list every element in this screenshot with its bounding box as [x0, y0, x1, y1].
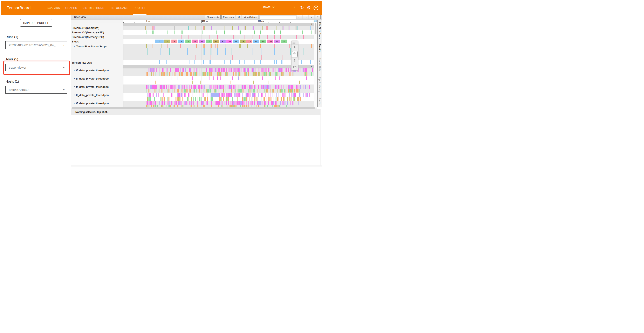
- step-block[interactable]: 1: [164, 40, 170, 43]
- nav-tab-scalars[interactable]: SCALARS: [44, 1, 63, 15]
- nav-tab-histograms[interactable]: HISTOGRAMS: [107, 1, 131, 15]
- step-block[interactable]: 7: [206, 40, 212, 43]
- track-label-stream20[interactable]: Stream #20(MemcpyH2D): [72, 30, 104, 34]
- timeline-rows-area[interactable]: 0123456789101112131415161718Stream #19(C…: [71, 23, 317, 107]
- track-label-stream21[interactable]: Stream #21(MemcpyD2H): [72, 34, 104, 39]
- side-tab-alerts[interactable]: Alerts: [318, 98, 321, 104]
- close-icon[interactable]: X: [311, 65, 312, 68]
- analysis-side-tabs: File Size StatsMetricsFrame DataInput La…: [317, 20, 322, 107]
- ruler-left-pad: [71, 20, 123, 23]
- collapse-caret-icon[interactable]: ▾: [74, 45, 75, 48]
- track-label-stream19[interactable]: Stream #19(Compute): [72, 26, 99, 30]
- status-dropdown-value: INACTIVE: [263, 6, 277, 9]
- toolbar-button-view-options[interactable]: View Options: [242, 15, 259, 19]
- side-tab-file-size-stats[interactable]: File Size Stats: [318, 22, 321, 39]
- side-tab-input-latency[interactable]: Input Latency: [318, 77, 321, 92]
- track-label-threadpool-4[interactable]: ▾tf_data_private_threadpool: [72, 101, 109, 106]
- timing-selection-tool-button[interactable]: [292, 64, 298, 70]
- details-panel: [71, 115, 321, 166]
- step-block[interactable]: 8: [213, 40, 219, 43]
- step-block[interactable]: 14: [253, 40, 259, 43]
- step-block[interactable]: 13: [246, 40, 252, 43]
- vertical-zoom-tool-button[interactable]: [292, 58, 298, 64]
- collapse-caret-icon[interactable]: ▾: [74, 78, 75, 80]
- trace-view-title: Trace View: [74, 16, 86, 18]
- track-label-tf-name-scope[interactable]: ▾TensorFlow Name Scope: [72, 44, 107, 49]
- sidebar: CAPTURE PROFILE Runs (1) 20200409-231431…: [0, 15, 71, 166]
- collapse-caret-icon[interactable]: ▾: [74, 94, 75, 96]
- step-block[interactable]: 10: [226, 40, 232, 43]
- step-block[interactable]: 6: [199, 40, 205, 43]
- chevron-down-icon: ▾: [294, 6, 295, 8]
- collapse-caret-icon[interactable]: ▾: [74, 102, 75, 104]
- step-block[interactable]: 0: [155, 40, 164, 43]
- runs-label: Runs (1): [6, 35, 18, 39]
- step-block[interactable]: 3: [178, 40, 184, 43]
- track-label-text: TensorFlow Name Scope: [76, 45, 107, 48]
- track-label-text: Stream #21(MemcpyD2H): [72, 36, 104, 38]
- hosts-select-value: 8efc5e791540: [9, 88, 28, 92]
- palette-drag-handle[interactable]: [292, 42, 297, 44]
- details-bar: Nothing selected. Tap stuff.: [71, 109, 320, 115]
- track-label-tf-ops[interactable]: TensorFlow Ops: [72, 60, 92, 65]
- runs-select-value: 20200409-231431/train/2020_04_...: [9, 43, 58, 47]
- step-block[interactable]: 11: [233, 40, 239, 43]
- vertical-scrollbar-thumb[interactable]: [314, 23, 316, 34]
- track-label-threadpool-0[interactable]: ▾tf_data_private_threadpool: [72, 68, 109, 72]
- more-button[interactable]: »: [309, 15, 314, 19]
- trace-toolbar-buttons: Flow eventsProcessesMView Options: [205, 15, 259, 19]
- track-label-text: Steps: [72, 40, 79, 43]
- step-block[interactable]: 2: [172, 40, 178, 43]
- step-block[interactable]: 9: [220, 40, 226, 43]
- pan-tool-button[interactable]: [292, 51, 298, 57]
- hosts-select[interactable]: 8efc5e791540 ▾: [5, 86, 67, 94]
- help-icon[interactable]: ?: [314, 6, 318, 10]
- track-label-steps[interactable]: Steps: [72, 39, 79, 44]
- header-nav: SCALARSGRAPHSDISTRIBUTIONSHISTOGRAMSPROF…: [44, 1, 148, 15]
- chevron-down-icon: ▾: [63, 66, 64, 69]
- nav-tab-distributions[interactable]: DISTRIBUTIONS: [80, 1, 107, 15]
- toolbar-button-flow-events[interactable]: Flow events: [205, 15, 221, 19]
- refresh-icon[interactable]: ↻: [300, 6, 304, 10]
- header-right-cluster: INACTIVE ▾ ↻ ⚙ ?: [263, 1, 318, 15]
- runs-select[interactable]: 20200409-231431/train/2020_04_... ▾: [5, 41, 67, 49]
- side-tab-metrics[interactable]: Metrics: [318, 44, 321, 52]
- trace-search-input[interactable]: [260, 15, 296, 19]
- toolbar-button-m[interactable]: M: [236, 15, 241, 19]
- collapse-caret-icon[interactable]: ▾: [74, 69, 75, 71]
- collapse-caret-icon[interactable]: ▾: [74, 86, 75, 88]
- tools-select[interactable]: trace_viewer ▾: [5, 64, 67, 71]
- trace-view-titlebar: Trace View Flow eventsProcessesMView Opt…: [71, 15, 322, 20]
- step-block[interactable]: 15: [260, 40, 266, 43]
- trace-tool-palette: [291, 40, 298, 70]
- trace-help-button[interactable]: ?: [315, 15, 320, 19]
- track-label-threadpool-2[interactable]: ▾tf_data_private_threadpool: [72, 84, 109, 89]
- track-label-text: Stream #20(MemcpyH2D): [72, 31, 104, 34]
- step-block[interactable]: 18: [281, 40, 287, 43]
- nav-tab-graphs[interactable]: GRAPHS: [63, 1, 80, 15]
- track-label-threadpool-1[interactable]: ▾tf_data_private_threadpool: [72, 76, 109, 81]
- track-label-text: tf_data_private_threadpool: [76, 77, 110, 80]
- selection-tool-button[interactable]: [292, 44, 298, 51]
- close-icon[interactable]: X: [311, 23, 312, 25]
- step-block[interactable]: 5: [192, 40, 198, 43]
- next-button[interactable]: →: [303, 15, 308, 19]
- step-block[interactable]: 4: [186, 40, 192, 43]
- track-label-threadpool-3[interactable]: ▾tf_data_private_threadpool: [72, 93, 109, 97]
- step-block[interactable]: 16: [268, 40, 274, 43]
- nav-tab-profile[interactable]: PROFILE: [131, 1, 148, 15]
- gear-icon[interactable]: ⚙: [307, 6, 311, 10]
- status-dropdown[interactable]: INACTIVE ▾: [263, 6, 296, 10]
- row-stripe: [123, 26, 317, 30]
- ruler-major-tick: [313, 20, 313, 23]
- timeline-ruler[interactable]: 0 ms200 ms400 ms600: [71, 20, 317, 23]
- side-tab-frame-data[interactable]: Frame Data: [318, 58, 321, 72]
- prev-button[interactable]: ←: [297, 15, 302, 19]
- step-block[interactable]: 12: [240, 40, 246, 43]
- track-label-text: tf_data_private_threadpool: [76, 94, 110, 97]
- vertical-scrollbar[interactable]: [314, 23, 317, 107]
- capture-profile-button[interactable]: CAPTURE PROFILE: [20, 19, 52, 26]
- step-block[interactable]: 17: [274, 40, 280, 43]
- horizontal-scrollbar-thumb[interactable]: [72, 107, 316, 108]
- toolbar-button-processes[interactable]: Processes: [222, 15, 235, 19]
